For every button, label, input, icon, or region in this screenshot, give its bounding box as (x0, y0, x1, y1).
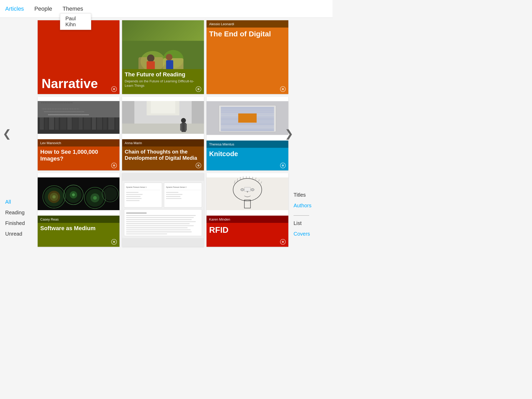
author-bar-manovich: Lev Manovich (38, 139, 119, 147)
svg-rect-109 (207, 177, 288, 210)
book-card-slide[interactable]: Dynamic Pressure Sensor 1 Dynamic Pressu… (122, 173, 204, 247)
author-name-end-digital: Alessio Leonardi (209, 22, 234, 26)
svg-rect-96 (166, 196, 180, 197)
book-card-manovich[interactable]: ■■■■■■■■■■■■■■■■■■■■■■■■■■■■■■■■■■■■■ ●●… (38, 97, 119, 170)
book-card-future-reading[interactable]: Alan Kay The Future of Reading Depends o… (122, 20, 204, 94)
filter-finished[interactable]: Finished (5, 220, 30, 226)
svg-rect-104 (126, 225, 194, 226)
svg-point-38 (181, 118, 186, 123)
book-title-narrative: Narrative (42, 77, 116, 90)
book-menu-knitcode[interactable] (280, 163, 286, 168)
svg-rect-95 (166, 194, 182, 195)
next-arrow[interactable]: ❯ (285, 128, 294, 139)
sidebar-divider (294, 215, 309, 216)
book-title-rfid: RFID (209, 225, 286, 235)
book-title-software: Software as Medium (40, 225, 117, 232)
nav-tab-themes[interactable]: Themes Paul Kihn (63, 5, 83, 12)
svg-text:●◉●◉●●◉●◉●◉●●◉●◉●◉●●◉●◉●◉●●◉●◉: ●◉●◉●●◉●◉●◉●●◉●◉●◉●●◉●◉●◉●●◉●◉●◉●●◉● (42, 108, 79, 110)
view-option-authors[interactable]: Authors (294, 203, 327, 209)
svg-rect-101 (126, 219, 192, 220)
book-image-slide: Dynamic Pressure Sensor 1 Dynamic Pressu… (122, 173, 204, 247)
book-image-rfid (207, 173, 288, 216)
svg-point-77 (93, 196, 97, 200)
main-content: All Reading Finished Unread ❮ Narrative (0, 18, 332, 249)
book-image-knitcode (207, 97, 288, 141)
book-menu-future-reading[interactable] (196, 86, 201, 92)
author-bar-end-digital: Alessio Leonardi (207, 20, 288, 28)
author-bar-knitcode: Theresa Mientus (207, 141, 288, 148)
nav-tab-articles[interactable]: Articles (5, 5, 24, 12)
author-name-manovich: Lev Manovich (40, 141, 61, 145)
svg-rect-88 (126, 194, 143, 195)
prev-arrow[interactable]: ❮ (3, 128, 11, 139)
nav-tab-people[interactable]: People (34, 5, 52, 12)
svg-rect-103 (126, 223, 190, 224)
book-title-end-digital: The End of Digital (209, 30, 286, 38)
svg-text:◉■◉■◉■◉■◉■◉■◉■◉■◉■◉■◉■◉■◉■◉■◉■: ◉■◉■◉■◉■◉■◉■◉■◉■◉■◉■◉■◉■◉■◉■◉■◉■◉■◉■ (41, 102, 73, 103)
svg-rect-99 (126, 215, 196, 216)
book-menu-chain[interactable] (196, 163, 201, 168)
filter-unread[interactable]: Unread (5, 231, 30, 237)
svg-rect-105 (126, 227, 188, 228)
book-title-manovich: How to See 1,000,000 Images? (40, 149, 117, 162)
filter-all[interactable]: All (5, 199, 30, 205)
svg-text:Dynamic Pressure Sensor 2: Dynamic Pressure Sensor 2 (166, 186, 187, 188)
book-subtitle-future-reading: Depends on the Future of Learning Diffic… (125, 79, 201, 88)
book-title-future-reading: The Future of Reading (125, 71, 201, 78)
book-menu-rfid[interactable] (280, 239, 286, 245)
book-menu-end-digital[interactable] (280, 86, 286, 92)
svg-rect-64 (238, 114, 257, 123)
svg-rect-37 (122, 124, 204, 134)
nav-bar: Articles People Themes Paul Kihn (0, 0, 332, 18)
book-menu-software[interactable] (111, 239, 117, 245)
nav-dropdown: Paul Kihn (60, 13, 91, 30)
author-bar-rfid: Karen Minden (207, 216, 288, 223)
view-option-covers[interactable]: Covers (294, 231, 327, 237)
svg-rect-98 (126, 212, 147, 214)
author-name-rfid: Karen Minden (209, 217, 230, 221)
svg-point-7 (166, 54, 172, 60)
author-bar-chain: Anna Marin (122, 139, 204, 147)
svg-rect-91 (126, 200, 139, 201)
svg-rect-87 (126, 192, 138, 193)
svg-rect-94 (166, 192, 178, 193)
svg-point-80 (48, 191, 60, 203)
filter-reading[interactable]: Reading (5, 210, 30, 216)
author-name-software: Casey Reas (40, 217, 59, 221)
svg-rect-41 (185, 124, 187, 131)
svg-rect-34 (151, 101, 175, 113)
book-card-software[interactable]: Casey Reas Software as Medium (38, 173, 119, 247)
book-grid: Narrative (35, 18, 291, 249)
svg-rect-100 (126, 217, 194, 218)
svg-rect-8 (166, 60, 173, 62)
author-name-knitcode: Theresa Mientus (209, 142, 234, 146)
svg-point-73 (72, 193, 75, 196)
svg-rect-106 (126, 229, 191, 230)
book-card-narrative[interactable]: Narrative (38, 20, 119, 94)
book-card-knitcode[interactable]: Theresa Mientus Knitcode (207, 97, 288, 170)
book-image-future-reading (122, 20, 204, 62)
svg-rect-6 (147, 61, 155, 62)
book-card-end-digital[interactable]: Alessio Leonardi The End of Digital (207, 20, 288, 94)
svg-rect-124 (244, 187, 251, 191)
author-name-chain: Anna Marin (125, 141, 142, 145)
view-option-titles[interactable]: Titles (294, 192, 327, 198)
view-option-list[interactable]: List (294, 220, 327, 226)
book-card-rfid[interactable]: Karen Minden RFID (207, 173, 288, 247)
svg-text:■■■■■■■■■■■■■■■■■■■■■■■■■■■■■■: ■■■■■■■■■■■■■■■■■■■■■■■■■■■■■■■■■■■■■ (48, 114, 89, 116)
svg-rect-108 (126, 234, 167, 234)
book-menu-narrative[interactable] (111, 86, 117, 92)
svg-rect-107 (126, 231, 192, 232)
svg-point-122 (241, 189, 244, 191)
book-card-chain[interactable]: Anna Marin Chain of Thoughts on the Deve… (122, 97, 204, 170)
book-menu-manovich[interactable] (111, 163, 117, 168)
right-sidebar: Titles Authors List Covers (291, 18, 332, 249)
book-title-chain: Chain of Thoughts on the Development of … (125, 149, 201, 161)
svg-rect-89 (126, 196, 141, 197)
svg-text:Dynamic Pressure Sensor 1: Dynamic Pressure Sensor 1 (126, 186, 147, 188)
svg-rect-40 (180, 124, 182, 131)
svg-point-5 (147, 55, 154, 62)
svg-text:■●■●■●■●■●■●■●■●■●■●■●■●■●■●■●: ■●■●■●■●■●■●■●■●■●■●■●■●■●■●■●■●■●■●■●■●… (40, 105, 70, 107)
book-title-knitcode: Knitcode (209, 150, 286, 158)
svg-rect-102 (126, 221, 196, 222)
